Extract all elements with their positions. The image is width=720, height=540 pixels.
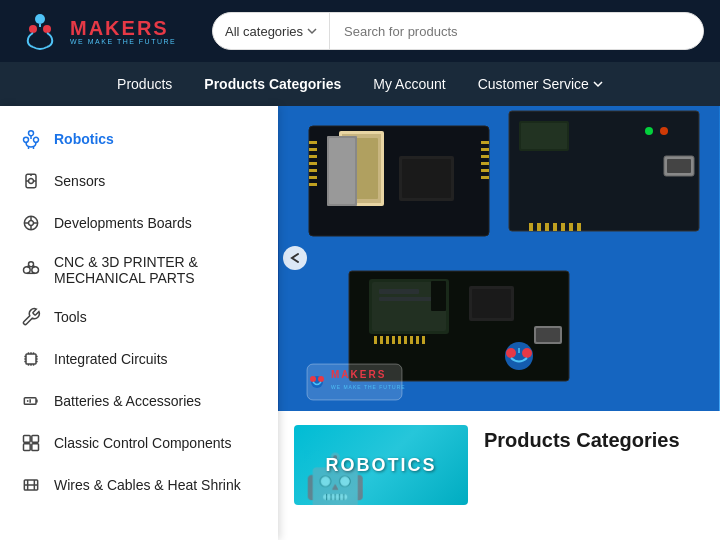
svg-rect-96 <box>380 336 383 344</box>
svg-rect-82 <box>545 223 549 231</box>
makers-logo-icon <box>16 7 64 55</box>
menu-label-tools: Tools <box>54 309 87 325</box>
category-dropdown-menu: Robotics Sensors <box>0 106 278 540</box>
ic-icon <box>20 348 42 370</box>
search-input[interactable] <box>330 24 703 39</box>
menu-label-ic: Integrated Circuits <box>54 351 168 367</box>
svg-rect-73 <box>481 169 489 172</box>
chevron-down-icon <box>593 79 603 89</box>
menu-item-sensors[interactable]: Sensors <box>0 160 278 202</box>
menu-item-tools[interactable]: Tools <box>0 296 278 338</box>
svg-point-116 <box>318 376 324 382</box>
classic-icon <box>20 432 42 454</box>
pcb-illustration: MAKERS WE MAKE THE FUTURE <box>278 106 720 411</box>
svg-rect-62 <box>309 141 317 144</box>
svg-point-87 <box>645 127 653 135</box>
svg-line-24 <box>27 266 29 267</box>
svg-rect-97 <box>386 336 389 344</box>
category-dropdown[interactable]: All categories <box>213 13 330 49</box>
content-area: MAKERS WE MAKE THE FUTURE 🤖 ROBOTICS Pro… <box>278 106 720 540</box>
svg-point-1 <box>29 25 37 33</box>
svg-rect-102 <box>416 336 419 344</box>
svg-line-25 <box>33 266 36 267</box>
svg-rect-66 <box>309 169 317 172</box>
svg-rect-61 <box>402 159 451 198</box>
svg-rect-74 <box>481 176 489 179</box>
svg-rect-71 <box>481 155 489 158</box>
svg-point-112 <box>283 246 307 270</box>
nav-products-categories[interactable]: Products Categories <box>204 72 341 96</box>
search-bar: All categories <box>212 12 704 50</box>
svg-point-16 <box>29 221 34 226</box>
main-area: Robotics Sensors <box>0 106 720 540</box>
svg-point-115 <box>310 376 316 382</box>
chevron-down-icon <box>307 26 317 36</box>
svg-rect-72 <box>481 162 489 165</box>
svg-rect-84 <box>561 223 565 231</box>
batteries-icon <box>20 390 42 412</box>
svg-rect-98 <box>392 336 395 344</box>
svg-rect-70 <box>481 148 489 151</box>
navbar: Products Products Categories My Account … <box>0 62 720 106</box>
svg-rect-94 <box>431 281 446 311</box>
logo-text: MAKERS WE MAKE THE FUTURE <box>70 18 176 45</box>
svg-rect-48 <box>32 444 39 451</box>
svg-rect-100 <box>404 336 407 344</box>
svg-point-2 <box>43 25 51 33</box>
menu-label-wires: Wires & Cables & Heat Shrink <box>54 477 241 493</box>
menu-item-wires[interactable]: Wires & Cables & Heat Shrink <box>0 464 278 506</box>
menu-item-ic[interactable]: Integrated Circuits <box>0 338 278 380</box>
svg-rect-99 <box>398 336 401 344</box>
menu-label-classic: Classic Control Components <box>54 435 231 451</box>
nav-my-account[interactable]: My Account <box>373 72 445 96</box>
svg-rect-83 <box>553 223 557 231</box>
svg-rect-68 <box>309 183 317 186</box>
nav-customer-service[interactable]: Customer Service <box>478 72 603 96</box>
svg-point-0 <box>35 14 45 24</box>
svg-rect-92 <box>379 289 419 294</box>
menu-item-dev-boards[interactable]: Developments Boards <box>0 202 278 244</box>
menu-item-robotics[interactable]: Robotics <box>0 118 278 160</box>
svg-point-6 <box>24 137 29 142</box>
svg-rect-85 <box>569 223 573 231</box>
svg-rect-59 <box>329 138 355 204</box>
category-label: All categories <box>225 24 303 39</box>
svg-rect-47 <box>24 444 31 451</box>
menu-label-dev-boards: Developments Boards <box>54 215 192 231</box>
svg-point-22 <box>32 267 39 274</box>
menu-item-classic[interactable]: Classic Control Components <box>0 422 278 464</box>
menu-item-batteries[interactable]: Batteries & Accessories <box>0 380 278 422</box>
svg-rect-64 <box>309 155 317 158</box>
svg-point-4 <box>29 131 34 136</box>
logo-area: MAKERS WE MAKE THE FUTURE <box>16 7 196 55</box>
svg-text:MAKERS: MAKERS <box>331 369 386 380</box>
svg-rect-69 <box>481 141 489 144</box>
svg-point-21 <box>24 267 31 274</box>
svg-rect-45 <box>24 436 31 443</box>
svg-rect-77 <box>521 123 567 149</box>
logo-subtitle: WE MAKE THE FUTURE <box>70 38 176 45</box>
svg-rect-67 <box>309 176 317 179</box>
tools-icon <box>20 306 42 328</box>
nav-products[interactable]: Products <box>117 72 172 96</box>
svg-point-110 <box>522 348 532 358</box>
svg-rect-27 <box>26 354 36 364</box>
menu-item-cnc[interactable]: CNC & 3D PRINTER & MECHANICAL PARTS <box>0 244 278 296</box>
svg-rect-46 <box>32 436 39 443</box>
svg-rect-95 <box>374 336 377 344</box>
products-categories-title: Products Categories <box>484 425 680 452</box>
svg-rect-103 <box>422 336 425 344</box>
svg-text:WE MAKE THE FUTURE: WE MAKE THE FUTURE <box>331 384 406 390</box>
logo-name: MAKERS <box>70 18 176 38</box>
robotics-thumb-text: ROBOTICS <box>325 455 436 476</box>
robotics-thumbnail[interactable]: 🤖 ROBOTICS <box>294 425 468 505</box>
svg-rect-63 <box>309 148 317 151</box>
svg-rect-79 <box>667 159 691 173</box>
svg-point-7 <box>34 137 39 142</box>
menu-label-sensors: Sensors <box>54 173 105 189</box>
svg-rect-101 <box>410 336 413 344</box>
sensors-icon <box>20 170 42 192</box>
menu-label-robotics: Robotics <box>54 131 114 147</box>
svg-rect-93 <box>379 297 434 301</box>
dev-boards-icon <box>20 212 42 234</box>
